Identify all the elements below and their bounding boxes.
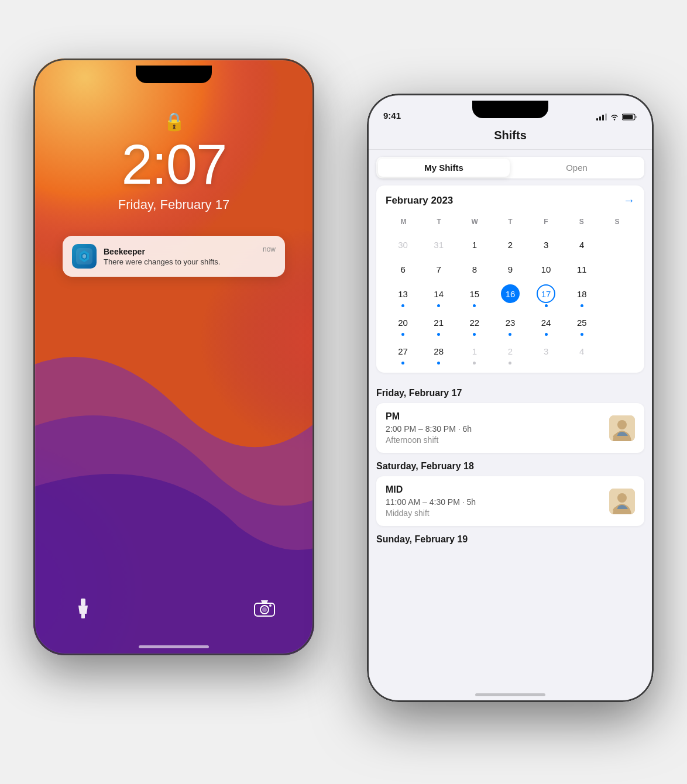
cal-day-14[interactable]: 14 — [421, 282, 456, 310]
cal-day-3[interactable]: 3 — [529, 233, 564, 256]
calendar-next-button[interactable]: → — [623, 194, 635, 207]
lock-screen-content: 🔒 2:07 Friday, February 17 Beekeeper The… — [33, 59, 314, 655]
cal-day-9[interactable]: 9 — [493, 257, 527, 281]
lock-bottom-bar — [33, 594, 314, 623]
cal-day-10[interactable]: 10 — [529, 257, 564, 281]
cal-day-empty2 — [600, 257, 635, 281]
beekeeper-app-icon — [72, 244, 97, 269]
svg-point-20 — [614, 119, 615, 120]
shift-date-header-17: Friday, February 17 — [376, 388, 644, 398]
svg-rect-22 — [636, 116, 637, 118]
cal-day-next4[interactable]: 4 — [565, 339, 599, 367]
cal-day-20[interactable]: 20 — [386, 311, 420, 338]
app-home-indicator — [475, 693, 545, 696]
tab-open[interactable]: Open — [511, 159, 643, 177]
cal-day-11[interactable]: 11 — [565, 257, 599, 281]
cal-day-21[interactable]: 21 — [421, 311, 456, 338]
cal-day-30[interactable]: 30 — [386, 233, 420, 256]
shift-card-pm-info: PM 2:00 PM – 8:30 PM · 6h Afternoon shif… — [386, 411, 609, 445]
cal-day-24[interactable]: 24 — [529, 311, 564, 338]
lock-screen-notch — [136, 66, 212, 83]
camera-icon[interactable] — [250, 594, 279, 623]
notification-time: now — [263, 245, 276, 253]
cal-day-13[interactable]: 13 — [386, 282, 420, 310]
shift-type-pm: PM — [386, 411, 609, 422]
wifi-icon — [610, 114, 619, 121]
day-label-f: F — [528, 215, 564, 228]
day-label-w: W — [457, 215, 493, 228]
calendar-day-labels: M T W T F S S — [386, 215, 635, 228]
lock-date: Friday, February 17 — [118, 197, 229, 212]
cal-day-2[interactable]: 2 — [493, 233, 527, 256]
cal-day-16[interactable]: 16 — [493, 282, 527, 310]
shift-date-header-18: Saturday, February 18 — [376, 461, 644, 472]
shift-avatar-mid — [609, 489, 635, 514]
cal-day-empty4 — [600, 311, 635, 338]
svg-rect-17 — [599, 116, 601, 121]
cal-day-7[interactable]: 7 — [421, 257, 456, 281]
day-label-s2: S — [599, 215, 635, 228]
app-screen-phone: 9:41 — [367, 94, 654, 702]
phones-container: 🔒 2:07 Friday, February 17 Beekeeper The… — [22, 23, 665, 761]
calendar-grid: 30 31 1 2 3 4 6 7 8 9 10 11 13 — [386, 233, 635, 367]
cal-day-empty1 — [600, 233, 635, 256]
calendar-month: February 2023 — [386, 195, 453, 207]
flashlight-icon[interactable] — [68, 594, 98, 623]
app-screen-content: 9:41 — [367, 94, 654, 702]
calendar-header: February 2023 → — [386, 194, 635, 207]
calendar-section: February 2023 → M T W T F S S 30 — [376, 185, 644, 373]
cal-day-31[interactable]: 31 — [421, 233, 456, 256]
app-title: Shifts — [379, 129, 642, 142]
cal-day-1[interactable]: 1 — [457, 233, 492, 256]
shift-card-pm[interactable]: PM 2:00 PM – 8:30 PM · 6h Afternoon shif… — [376, 403, 644, 453]
shift-avatar-pm — [609, 415, 635, 441]
signal-icon — [596, 114, 607, 121]
shifts-section: Friday, February 17 PM 2:00 PM – 8:30 PM… — [367, 388, 654, 545]
svg-point-25 — [617, 420, 627, 429]
cal-day-22[interactable]: 22 — [457, 311, 492, 338]
lock-screen-phone: 🔒 2:07 Friday, February 17 Beekeeper The… — [33, 59, 314, 655]
shift-card-mid[interactable]: MID 11:00 AM – 4:30 PM · 5h Midday shift — [376, 476, 644, 526]
cal-day-empty5 — [600, 339, 635, 367]
cal-day-4[interactable]: 4 — [565, 233, 599, 256]
svg-rect-19 — [605, 114, 607, 121]
svg-rect-23 — [623, 115, 633, 119]
day-label-t2: T — [493, 215, 528, 228]
tabs-container: My Shifts Open — [376, 157, 644, 178]
svg-rect-18 — [602, 115, 604, 121]
shift-time-mid: 11:00 AM – 4:30 PM · 5h — [386, 497, 609, 507]
shift-card-mid-info: MID 11:00 AM – 4:30 PM · 5h Midday shift — [386, 484, 609, 518]
lock-time: 2:07 — [122, 136, 226, 192]
shift-time-pm: 2:00 PM – 8:30 PM · 6h — [386, 424, 609, 434]
notification-app-name: Beekeeper — [104, 247, 256, 256]
notification-card[interactable]: Beekeeper There were changes to your shi… — [63, 236, 285, 277]
notification-text: Beekeeper There were changes to your shi… — [104, 247, 256, 266]
shifts-list: Friday, February 17 PM 2:00 PM – 8:30 PM… — [367, 380, 654, 549]
tab-my-shifts[interactable]: My Shifts — [378, 159, 510, 177]
svg-point-14 — [262, 607, 267, 612]
cal-day-25[interactable]: 25 — [565, 311, 599, 338]
cal-day-27[interactable]: 27 — [386, 339, 420, 367]
svg-rect-8 — [81, 599, 85, 606]
svg-rect-16 — [596, 118, 598, 121]
day-label-m: M — [386, 215, 421, 228]
svg-rect-10 — [81, 614, 85, 618]
cal-day-8[interactable]: 8 — [457, 257, 492, 281]
shift-date-header-19: Sunday, February 19 — [376, 534, 644, 545]
svg-point-15 — [269, 604, 272, 607]
cal-day-18[interactable]: 18 — [565, 282, 599, 310]
app-header: Shifts — [367, 124, 654, 150]
shift-type-mid: MID — [386, 484, 609, 495]
cal-day-15[interactable]: 15 — [457, 282, 492, 310]
cal-day-28[interactable]: 28 — [421, 339, 456, 367]
home-indicator — [139, 645, 209, 648]
cal-day-next2[interactable]: 2 — [493, 339, 527, 367]
svg-marker-12 — [261, 600, 268, 603]
cal-day-6[interactable]: 6 — [386, 257, 420, 281]
cal-day-next1[interactable]: 1 — [457, 339, 492, 367]
cal-day-17[interactable]: 17 — [529, 282, 564, 310]
day-label-t1: T — [421, 215, 457, 228]
cal-day-next3[interactable]: 3 — [529, 339, 564, 367]
cal-day-23[interactable]: 23 — [493, 311, 527, 338]
status-time: 9:41 — [383, 111, 401, 121]
